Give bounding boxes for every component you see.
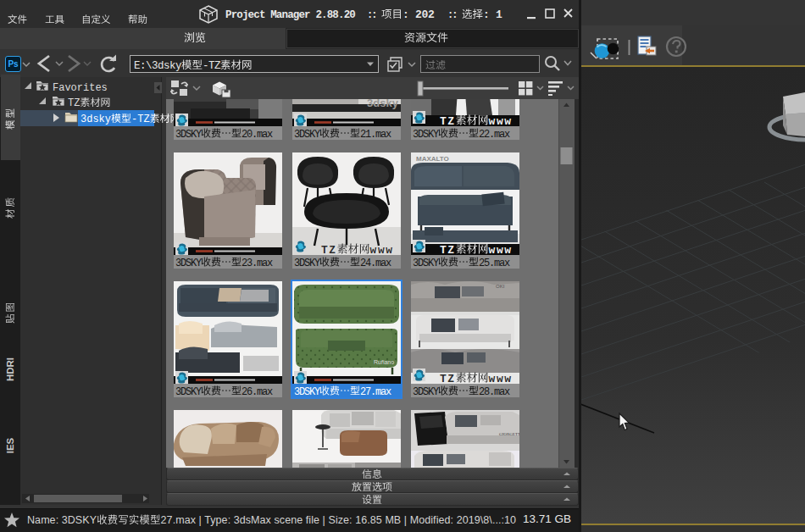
svg-text:3DSKY: 3DSKY [413,129,439,141]
svg-text:25.max: 25.max [479,258,510,269]
svg-text:3DSKY: 3DSKY [294,258,320,269]
svg-text:27.max | Type: 3dsMax scene fi: 27.max | Type: 3dsMax scene file | Size:… [161,514,517,526]
svg-text:::: :: [447,9,456,21]
svg-text:26.max: 26.max [242,386,273,398]
svg-text:3DSKY: 3DSKY [413,386,439,398]
svg-text:: 1: : 1 [483,8,502,21]
svg-text:Name: 3DSKY: Name: 3DSKY [27,514,97,526]
svg-text:Project Manager 2.88.20: Project Manager 2.88.20 [225,9,355,21]
svg-text:3dsky: 3dsky [80,114,111,125]
svg-text:::: :: [367,9,375,21]
svg-text:E:\3dsky: E:\3dsky [134,60,182,72]
svg-text:-TZ: -TZ [203,60,221,72]
svg-text:23.max: 23.max [242,258,273,269]
svg-text:3dsky: 3dsky [367,99,399,109]
svg-text:MAXALTO: MAXALTO [416,155,449,163]
svg-text:IES: IES [5,437,15,453]
svg-text:-TZ: -TZ [131,114,150,125]
svg-text:28.max: 28.max [479,386,510,398]
svg-text:3DSKY: 3DSKY [175,386,202,398]
svg-text:3DSKY: 3DSKY [175,258,202,269]
svg-text:13.71 GB: 13.71 GB [523,513,571,525]
svg-text:20.max: 20.max [242,129,273,141]
svg-text:3DSKY: 3DSKY [175,129,202,141]
svg-text:21.max: 21.max [360,129,391,141]
svg-text:24.max: 24.max [360,258,391,269]
svg-text:3DSKY: 3DSKY [294,129,320,141]
svg-text:HDRI: HDRI [5,357,15,381]
svg-text:Favorites: Favorites [53,82,108,94]
svg-text:3DSKY: 3DSKY [413,258,439,269]
svg-text:OKI: OKI [496,284,505,289]
svg-text:TZ: TZ [68,97,80,109]
svg-text:: 202: : 202 [402,8,435,21]
svg-text:3DSKY: 3DSKY [294,386,320,398]
svg-text:27.max: 27.max [360,386,391,398]
svg-text:22.max: 22.max [479,129,510,141]
